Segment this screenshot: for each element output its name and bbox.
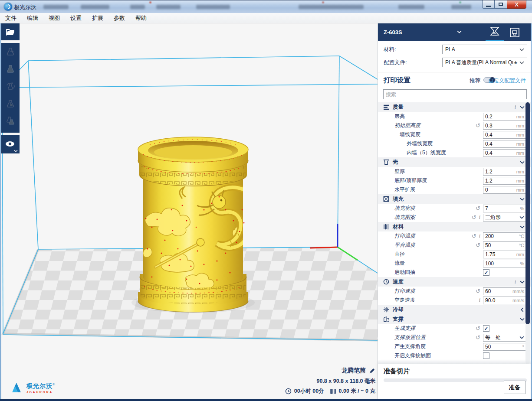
- unit-label: mm: [516, 252, 524, 257]
- section-header[interactable]: 冷却: [378, 305, 531, 314]
- setting-dropdown[interactable]: 每一处: [483, 334, 526, 342]
- registered-mark: ®: [53, 382, 55, 386]
- reset-icon[interactable]: ↺: [472, 233, 476, 239]
- menu-item-3[interactable]: 视图: [43, 13, 65, 23]
- tab-prepare-slice[interactable]: [486, 23, 504, 41]
- setting-value-field[interactable]: 90.0 mm/s: [483, 297, 526, 304]
- setting-value-field[interactable]: 0.3 mm: [483, 122, 526, 130]
- setting-value-field[interactable]: 0.4 mm: [483, 131, 526, 139]
- info-icon[interactable]: i: [479, 233, 480, 239]
- info-icon[interactable]: i: [515, 279, 516, 285]
- transform-tools-block: [1, 43, 20, 133]
- filament-icon: [329, 388, 336, 394]
- setting-value-field[interactable]: 0.4 mm: [483, 140, 526, 148]
- background-smudge: [451, 5, 471, 9]
- support-icon: [383, 316, 390, 322]
- setting-dropdown[interactable]: 三角形: [483, 214, 526, 222]
- setting-row: 打印速度 ↺ 60 mm/s: [378, 287, 531, 296]
- unit-label: mm/s: [512, 289, 524, 294]
- setting-value-field[interactable]: 50 °: [483, 343, 526, 351]
- unit-label: %: [520, 206, 524, 211]
- recommended-label: 推荐: [470, 77, 480, 85]
- setting-value-field[interactable]: 1.75 mm: [483, 251, 526, 258]
- profile-label: 配置文件:: [384, 59, 407, 66]
- section-header[interactable]: 支撑: [378, 314, 531, 324]
- section-header[interactable]: 材料: [378, 222, 531, 231]
- rename-pencil-icon[interactable]: [369, 368, 375, 374]
- setting-row: 流量 100 %: [378, 259, 531, 268]
- move-tool-button[interactable]: [1, 43, 20, 60]
- setting-row: 启动回抽 ✓: [378, 268, 531, 277]
- setting-value-field[interactable]: 50 °C: [483, 241, 526, 249]
- setting-value-field[interactable]: 200 °C: [483, 232, 526, 240]
- tab-monitor[interactable]: [506, 23, 524, 41]
- chevron-down-icon[interactable]: [457, 30, 462, 33]
- info-icon[interactable]: i: [479, 214, 480, 221]
- background-smudge: [156, 5, 181, 9]
- section-header[interactable]: 速度 i: [378, 277, 531, 287]
- setting-value-field[interactable]: 1.2 mm: [483, 177, 526, 185]
- prepare-button[interactable]: 准备: [504, 381, 525, 394]
- section-header[interactable]: 填充: [378, 194, 531, 204]
- open-file-button[interactable]: [1, 23, 20, 41]
- setting-row: 水平扩展 0 mm: [378, 185, 531, 194]
- reset-icon[interactable]: ↺: [476, 205, 480, 211]
- setting-value-field[interactable]: 0.2 mm: [483, 113, 526, 121]
- scale-tool-button[interactable]: [1, 60, 20, 78]
- chevron-down-icon: [520, 161, 525, 164]
- section-header[interactable]: 壳: [378, 157, 531, 167]
- setting-value-field[interactable]: 1.2 mm: [483, 168, 526, 176]
- section-header[interactable]: 质量 i: [378, 102, 531, 112]
- settings-panel: Z-603S 材料: PLA: [378, 23, 531, 399]
- model-info-panel: 龙腾笔筒 90.8 x 90.8 x 118.0 毫米 00小时 00分 0.0…: [285, 367, 375, 395]
- profile-value: PLA 普通质量(PLA Normal Qua: [445, 59, 513, 66]
- mirror-tool-button[interactable]: [1, 95, 20, 112]
- menu-item-2[interactable]: 编辑: [22, 13, 43, 23]
- per-model-settings-button[interactable]: [1, 112, 20, 130]
- cooling-icon: [383, 306, 390, 313]
- menu-item-1[interactable]: 文件: [0, 13, 22, 23]
- menu-item-6[interactable]: 参数: [108, 13, 130, 23]
- setting-value-field[interactable]: 60 mm/s: [483, 287, 526, 295]
- viewport-3d[interactable]: [0, 23, 378, 399]
- reset-icon[interactable]: ↺: [476, 242, 480, 248]
- reset-icon[interactable]: ↺: [476, 123, 480, 128]
- setting-checkbox[interactable]: [483, 352, 489, 359]
- setting-checkbox[interactable]: ✓: [483, 269, 489, 276]
- scrollbar-thumb[interactable]: [525, 102, 530, 324]
- maximize-button[interactable]: [495, 0, 507, 9]
- rotate-tool-button[interactable]: [1, 78, 20, 95]
- setting-value-field[interactable]: 0.4 mm: [483, 149, 526, 157]
- open-file-block: [1, 23, 20, 40]
- reset-icon[interactable]: ↺: [476, 326, 480, 331]
- info-icon[interactable]: i: [515, 104, 516, 111]
- model-dimensions: 90.8 x 90.8 x 118.0 毫米: [285, 378, 375, 385]
- setting-row: 平台温度 ↺ 50 °C: [378, 241, 531, 250]
- menu-item-4[interactable]: 设置: [65, 13, 87, 23]
- view-mode-button[interactable]: [1, 135, 20, 153]
- menu-item-7[interactable]: 帮助: [130, 13, 152, 23]
- info-icon[interactable]: i: [479, 297, 480, 303]
- search-input[interactable]: [383, 89, 527, 99]
- reset-icon[interactable]: ↺: [476, 288, 480, 294]
- print-estimate: 00小时 00分 0.00 米 / ~ 0 克: [285, 388, 375, 395]
- material-dropdown[interactable]: PLA: [442, 45, 527, 54]
- custom-profile-link[interactable]: 自定义配置文件: [488, 77, 526, 85]
- setting-value-field[interactable]: 7 %: [483, 205, 526, 212]
- profile-dropdown[interactable]: PLA 普通质量(PLA Normal Qua ★: [442, 58, 527, 67]
- reset-icon[interactable]: ↺: [476, 335, 480, 340]
- setting-value-field[interactable]: 100 %: [483, 260, 526, 267]
- background-smudge: [196, 5, 230, 9]
- close-button[interactable]: X: [507, 0, 526, 9]
- machine-selector[interactable]: Z-603S: [384, 29, 402, 36]
- minimize-button[interactable]: [482, 0, 495, 9]
- setting-checkbox[interactable]: ✓: [483, 325, 489, 332]
- unit-label: °C: [519, 234, 524, 239]
- menu-item-5[interactable]: 扩展: [87, 13, 108, 23]
- reset-icon[interactable]: ↺: [472, 215, 476, 220]
- settings-scrollbar[interactable]: [525, 102, 530, 364]
- print-settings-header: 打印设置 推荐 自定义配置文件: [378, 75, 531, 87]
- setting-value-field[interactable]: 0 mm: [483, 186, 526, 194]
- background-smudge: [149, 1, 151, 3]
- title-bar[interactable]: 极光尔沃 X: [0, 0, 532, 13]
